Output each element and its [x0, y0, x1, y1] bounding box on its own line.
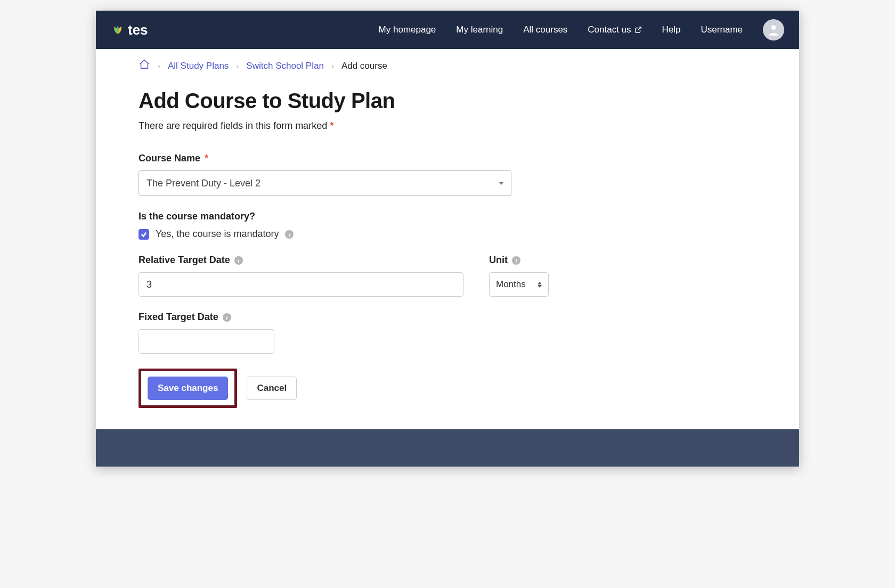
mandatory-checkbox[interactable] — [139, 229, 149, 240]
save-highlight: Save changes — [139, 369, 237, 408]
chevron-right-icon: › — [236, 61, 239, 70]
sort-arrows-icon — [538, 282, 542, 288]
svg-line-0 — [637, 27, 640, 30]
nav-contact[interactable]: Contact us — [588, 24, 641, 35]
breadcrumb-switch-plan[interactable]: Switch School Plan — [246, 61, 324, 71]
info-icon[interactable]: i — [234, 256, 243, 265]
nav-username[interactable]: Username — [701, 24, 743, 35]
mandatory-label: Is the course mandatory? — [139, 211, 756, 222]
app-window: tes My homepage My learning All courses … — [96, 11, 799, 467]
chevron-right-icon: › — [331, 61, 334, 70]
cancel-button[interactable]: Cancel — [247, 377, 297, 400]
mandatory-checkbox-row: Yes, the course is mandatory i — [139, 228, 756, 240]
mandatory-checkbox-label: Yes, the course is mandatory — [156, 228, 279, 240]
breadcrumb-all-plans[interactable]: All Study Plans — [168, 61, 229, 71]
caret-down-icon — [499, 182, 503, 185]
fixed-date-label: Fixed Target Date i — [139, 312, 756, 323]
logo-icon — [111, 23, 125, 37]
fixed-date-group: Fixed Target Date i — [139, 312, 756, 354]
info-icon[interactable]: i — [512, 256, 520, 265]
unit-group: Unit i Months — [489, 255, 549, 297]
fixed-date-input[interactable] — [139, 329, 274, 354]
course-name-label: Course Name* — [139, 153, 756, 164]
info-icon[interactable]: i — [223, 313, 231, 322]
breadcrumb: › All Study Plans › Switch School Plan ›… — [96, 49, 799, 78]
nav-homepage[interactable]: My homepage — [379, 24, 436, 35]
page-title: Add Course to Study Plan — [139, 89, 756, 113]
header-bar: tes My homepage My learning All courses … — [96, 11, 799, 49]
relative-date-label: Relative Target Date i — [139, 255, 463, 266]
external-link-icon — [634, 26, 642, 34]
main-content: Add Course to Study Plan There are requi… — [96, 78, 799, 429]
user-icon — [767, 23, 780, 37]
unit-label: Unit i — [489, 255, 549, 266]
nav-learning[interactable]: My learning — [456, 24, 503, 35]
button-row: Save changes Cancel — [139, 369, 756, 408]
checkmark-icon — [141, 231, 147, 238]
nav-help[interactable]: Help — [662, 24, 681, 35]
info-icon[interactable]: i — [285, 230, 294, 239]
logo[interactable]: tes — [111, 22, 148, 38]
nav-courses[interactable]: All courses — [523, 24, 567, 35]
breadcrumb-current: Add course — [341, 61, 387, 71]
unit-select[interactable]: Months — [489, 272, 549, 297]
relative-date-input[interactable] — [139, 272, 463, 297]
relative-date-group: Relative Target Date i — [139, 255, 463, 297]
home-icon — [139, 59, 150, 70]
save-button[interactable]: Save changes — [148, 377, 228, 400]
course-name-group: Course Name* The Prevent Duty - Level 2 — [139, 153, 756, 196]
footer-bar — [96, 429, 799, 467]
chevron-right-icon: › — [158, 61, 160, 70]
avatar[interactable] — [763, 19, 784, 40]
main-nav: My homepage My learning All courses Cont… — [379, 19, 784, 40]
date-unit-row: Relative Target Date i Unit i Months — [139, 255, 756, 312]
logo-text: tes — [128, 22, 148, 38]
mandatory-group: Is the course mandatory? Yes, the course… — [139, 211, 756, 240]
svg-point-1 — [771, 25, 776, 30]
required-note: There are required fields in this form m… — [139, 120, 756, 132]
breadcrumb-home[interactable] — [139, 59, 150, 73]
course-name-select[interactable]: The Prevent Duty - Level 2 — [139, 170, 511, 196]
